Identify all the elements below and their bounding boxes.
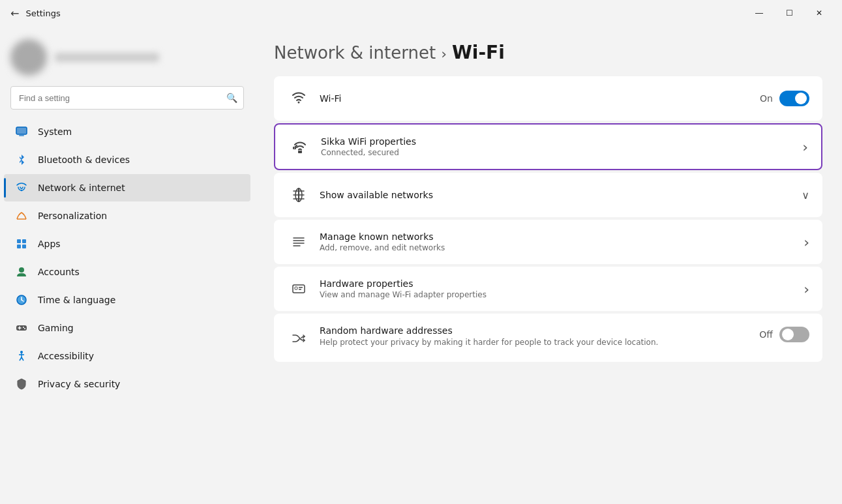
sidebar-item-personalization[interactable]: Personalization [4, 202, 250, 230]
svg-rect-4 [17, 239, 21, 243]
wifi-toggle-switch[interactable] [779, 91, 809, 106]
wifi-toggle-row[interactable]: Wi-Fi On [274, 76, 822, 121]
sidebar-item-accessibility[interactable]: Accessibility [4, 342, 250, 370]
random-hw-label: Off [759, 329, 773, 340]
manage-networks-right [804, 234, 809, 250]
random-hw-text: Random hardware addresses Help protect y… [320, 325, 749, 348]
sidebar-item-network[interactable]: Network & internet [4, 174, 250, 201]
manage-networks-row[interactable]: Manage known networks Add, remove, and e… [274, 220, 822, 264]
sidebar-item-system[interactable]: System [4, 118, 250, 145]
svg-rect-36 [295, 287, 297, 289]
wifi-toggle-title: Wi-Fi [320, 93, 749, 104]
sidebar-item-bluetooth[interactable]: Bluetooth & devices [4, 146, 250, 173]
page-header: Network & internet › Wi-Fi [274, 26, 822, 76]
wifi-properties-subtitle: Connected, secured [321, 148, 792, 157]
sidebar-item-privacy-label: Privacy & security [38, 379, 120, 389]
wifi-properties-text: Sikka WiFi properties Connected, secured [321, 136, 792, 157]
wifi-toggle-card: Wi-Fi On [274, 76, 822, 121]
manage-networks-card: Manage known networks Add, remove, and e… [274, 220, 822, 264]
sidebar-item-system-label: System [38, 126, 72, 137]
time-icon [14, 293, 29, 307]
maximize-button[interactable]: ☐ [774, 3, 804, 23]
gaming-icon [14, 321, 29, 335]
hardware-icon [287, 277, 310, 301]
search-input[interactable] [10, 86, 244, 110]
show-networks-right [802, 189, 809, 201]
random-hw-toggle-switch[interactable] [779, 327, 809, 342]
manage-networks-subtitle: Add, remove, and edit networks [320, 243, 793, 252]
sidebar-item-accessibility-label: Accessibility [38, 351, 94, 361]
svg-rect-0 [16, 127, 27, 134]
accessibility-icon [14, 349, 29, 363]
sidebar-item-gaming-label: Gaming [38, 323, 74, 333]
wifi-properties-title: Sikka WiFi properties [321, 136, 792, 147]
sidebar-item-gaming[interactable]: Gaming [4, 314, 250, 342]
sidebar-nav: System Bluetooth & devices [0, 117, 254, 398]
svg-point-8 [19, 267, 24, 273]
main-panel: Network & internet › Wi-Fi Wi-Fi [254, 26, 842, 504]
personalization-icon [14, 209, 29, 223]
random-hw-title: Random hardware addresses [320, 325, 749, 336]
random-hw-subtitle: Help protect your privacy by making it h… [320, 337, 711, 348]
sidebar: 🔍 System Bluetooth & devi [0, 26, 254, 504]
sidebar-item-time-label: Time & language [38, 295, 115, 305]
sidebar-item-time[interactable]: Time & language [4, 286, 250, 314]
breadcrumb-current: Wi-Fi [452, 42, 505, 63]
search-icon: 🔍 [226, 93, 237, 103]
hardware-props-right [804, 281, 809, 297]
hardware-props-row[interactable]: Hardware properties View and manage Wi-F… [274, 267, 822, 311]
sidebar-item-privacy[interactable]: Privacy & security [4, 370, 250, 398]
wifi-properties-right [802, 139, 808, 155]
random-hw-card: Random hardware addresses Help protect y… [274, 314, 822, 362]
svg-rect-37 [299, 287, 303, 288]
svg-point-16 [24, 328, 25, 329]
svg-line-20 [20, 357, 22, 361]
minimize-button[interactable]: — [744, 3, 774, 23]
show-networks-chevron [802, 189, 809, 201]
random-hw-right: Off [759, 327, 809, 342]
title-bar: ← Settings — ☐ ✕ [0, 0, 842, 26]
svg-rect-6 [17, 245, 21, 248]
wifi-lock-icon [288, 135, 312, 158]
networks-icon [287, 183, 310, 207]
hardware-props-text: Hardware properties View and manage Wi-F… [320, 278, 793, 299]
sidebar-item-personalization-label: Personalization [38, 211, 107, 221]
avatar [10, 39, 47, 76]
close-button[interactable]: ✕ [804, 3, 834, 23]
sidebar-item-accounts-label: Accounts [38, 267, 80, 277]
hardware-props-chevron [804, 281, 809, 297]
breadcrumb-parent: Network & internet [274, 43, 436, 63]
wifi-properties-card: Sikka WiFi properties Connected, secured [274, 123, 822, 170]
apps-icon [14, 237, 29, 251]
search-box: 🔍 [10, 86, 244, 110]
manage-icon [287, 230, 310, 254]
svg-rect-1 [19, 135, 24, 136]
svg-rect-38 [299, 289, 301, 290]
shuffle-icon [287, 327, 310, 350]
system-icon [14, 125, 29, 139]
window-controls: — ☐ ✕ [744, 3, 834, 23]
wifi-toggle-knob [795, 93, 807, 104]
svg-point-25 [294, 147, 295, 149]
show-networks-row[interactable]: Show available networks [274, 173, 822, 217]
svg-rect-23 [298, 151, 302, 153]
network-icon [14, 181, 29, 195]
svg-rect-5 [22, 239, 26, 243]
hardware-props-title: Hardware properties [320, 278, 793, 289]
svg-point-15 [23, 327, 24, 328]
accounts-icon [14, 265, 29, 279]
wifi-properties-row[interactable]: Sikka WiFi properties Connected, secured [275, 125, 821, 169]
profile-section[interactable] [0, 26, 254, 86]
wifi-toggle-label: On [760, 93, 773, 104]
svg-line-21 [22, 357, 23, 361]
show-networks-card: Show available networks [274, 173, 822, 217]
random-hw-row[interactable]: Random hardware addresses Help protect y… [274, 314, 822, 362]
manage-networks-chevron [804, 234, 809, 250]
back-button[interactable]: ← [10, 7, 19, 20]
sidebar-item-accounts[interactable]: Accounts [4, 258, 250, 286]
random-hw-toggle-knob [782, 329, 794, 340]
sidebar-item-bluetooth-label: Bluetooth & devices [38, 155, 130, 165]
wifi-icon [287, 87, 310, 110]
manage-networks-text: Manage known networks Add, remove, and e… [320, 231, 793, 252]
sidebar-item-apps[interactable]: Apps [4, 230, 250, 258]
